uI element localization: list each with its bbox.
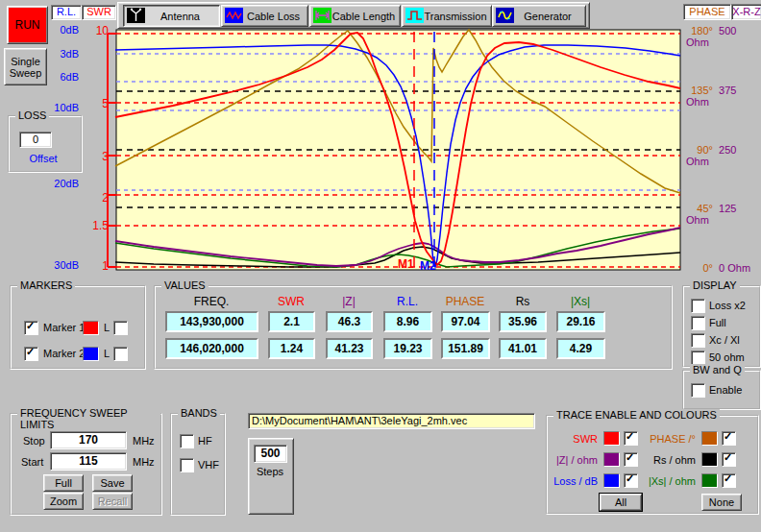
bw-q-group: BW and Q Enable [682,370,761,410]
markers-group-title: MARKERS [17,279,75,291]
marker1-l-label: L [104,322,110,333]
values-header-z: |Z| [320,295,378,308]
z-trace-swatch[interactable] [603,452,620,467]
recall-range-button: Recall [92,493,133,510]
data-file-path-field[interactable]: D:\MyDocument\HAM\ANT\3eleYagi_2mh.vec [248,413,535,429]
full-display-label: Full [709,317,726,328]
right-tick-45: 45° 125 Ohm [686,203,761,226]
bw-q-enable-label: Enable [709,384,742,396]
loss-group-title: LOSS [15,109,49,121]
all-traces-button[interactable]: All [600,494,642,511]
marker1-color-swatch[interactable] [83,321,99,335]
full-display-checkbox[interactable] [691,316,705,330]
values-header-swr: SWR [262,295,320,308]
values-group-title: VALUES [161,279,209,291]
cable-loss-mode-button[interactable]: Cable Loss [221,5,308,27]
marker1-checkbox[interactable] [24,321,38,335]
m1-swr-value: 2.1 [268,311,315,332]
db-tick-3: 3dB [38,48,79,60]
bw-q-group-title: BW and Q [690,364,745,375]
no-traces-button[interactable]: None [701,494,742,511]
m2-xs-value: 4.29 [556,338,605,359]
loss-x2-checkbox[interactable] [691,299,705,313]
marker2-color-swatch[interactable] [83,347,99,361]
rl-scale-toggle[interactable]: R.L. [51,5,82,20]
phase-trace-label: PHASE /° [640,433,696,445]
loss-offset-input[interactable]: 0 [19,132,52,148]
swr-scale-toggle[interactable]: SWR [82,5,116,20]
hf-band-label: HF [198,435,212,447]
vhf-band-label: VHF [198,459,219,471]
db-tick-20: 20dB [38,178,79,189]
steps-input[interactable]: 500 [254,445,287,463]
loss-trace-label: Loss / dB [548,475,598,487]
start-label: Start [21,456,43,468]
start-freq-input[interactable]: 115 [50,452,127,471]
xs-trace-swatch[interactable] [701,473,718,488]
m2-swr-value: 1.24 [268,338,315,359]
antenna-mode-button[interactable]: Antenna [123,5,220,27]
db-tick-6: 6dB [38,71,79,83]
marker1-l-checkbox[interactable] [113,321,128,335]
start-unit-label: MHz [133,456,155,468]
m1-z-value: 46.3 [326,311,373,332]
stop-freq-input[interactable]: 170 [50,431,127,449]
steps-label: Steps [249,466,291,477]
values-header-rs: Rs [494,295,552,308]
zoom-range-button[interactable]: Zoom [43,493,84,510]
xs-trace-checkbox[interactable] [722,473,736,488]
m2-phase-value: 151.89 [441,338,490,359]
marker2-l-label: L [104,348,110,359]
generator-icon [496,8,514,23]
rs-trace-swatch[interactable] [701,452,718,467]
m2-z-value: 41.23 [326,338,373,359]
m1-rs-value: 35.96 [499,311,547,332]
stop-label: Stop [23,435,45,447]
cable-loss-icon [225,8,243,23]
m1-xs-value: 29.16 [556,311,605,332]
display-group: DISPLAY Loss x2 Full Xc / Xl 50 ohm [682,285,761,368]
marker1-checkbox-label: Marker 1 [43,322,85,333]
z-trace-label: |Z| / ohm [548,454,598,466]
phase-trace-checkbox[interactable] [722,431,736,446]
fifty-ohm-checkbox[interactable] [691,351,705,365]
rs-trace-checkbox[interactable] [722,452,736,467]
save-range-button[interactable]: Save [92,474,133,492]
display-group-title: DISPLAY [690,279,740,291]
marker2-l-checkbox[interactable] [113,347,128,361]
marker2-label: M2 [420,259,436,273]
bw-q-enable-checkbox[interactable] [691,383,705,398]
values-header-phase: PHASE [436,295,494,308]
z-trace-checkbox[interactable] [624,452,638,467]
values-group: VALUES FREQ. SWR |Z| R.L. PHASE Rs |Xs| … [154,285,673,370]
full-range-button[interactable]: Full [43,474,84,492]
hf-band-checkbox[interactable] [180,434,194,448]
right-tick-180: 180° 500 Ohm [686,25,761,48]
values-header-xs: |Xs| [552,295,609,308]
marker2-checkbox-label: Marker 2 [43,348,85,359]
loss-trace-checkbox[interactable] [624,473,638,488]
cable-length-mode-button[interactable]: Cable Length [309,5,401,27]
xrz-scale-toggle[interactable]: X-R-Z [731,4,761,20]
transmission-mode-button[interactable]: Transmission [402,5,492,27]
cable-length-icon [313,8,331,23]
swr-trace-swatch[interactable] [603,431,620,446]
values-header-rl: R.L. [379,295,436,308]
vhf-band-checkbox[interactable] [180,458,194,472]
sweep-chart[interactable]: M1 M2 [104,27,684,275]
analyzer-window: RUN Single Sweep R.L. SWR PHASE X-R-Z An… [0,0,761,532]
sweep-limits-group: FREQUENCY SWEEP LIMITS Stop 170 MHz Star… [10,413,162,516]
generator-mode-button[interactable]: Generator [492,5,586,27]
xs-trace-label: |Xs| / ohm [640,475,696,487]
trace-colours-group: TRACE ENABLE AND COLOURS SWR PHASE /° |Z… [546,415,759,515]
loss-offset-label: Offset [10,153,77,164]
marker2-checkbox[interactable] [24,347,38,361]
right-tick-90: 90° 250 Ohm [686,144,761,167]
phase-scale-toggle[interactable]: PHASE [683,4,731,20]
xc-xl-checkbox[interactable] [691,333,705,348]
phase-trace-swatch[interactable] [701,431,718,446]
m2-rs-value: 41.01 [499,338,547,359]
m1-freq-value: 143,930,000 [165,311,258,332]
loss-trace-swatch[interactable] [603,473,620,488]
swr-trace-checkbox[interactable] [624,431,638,446]
